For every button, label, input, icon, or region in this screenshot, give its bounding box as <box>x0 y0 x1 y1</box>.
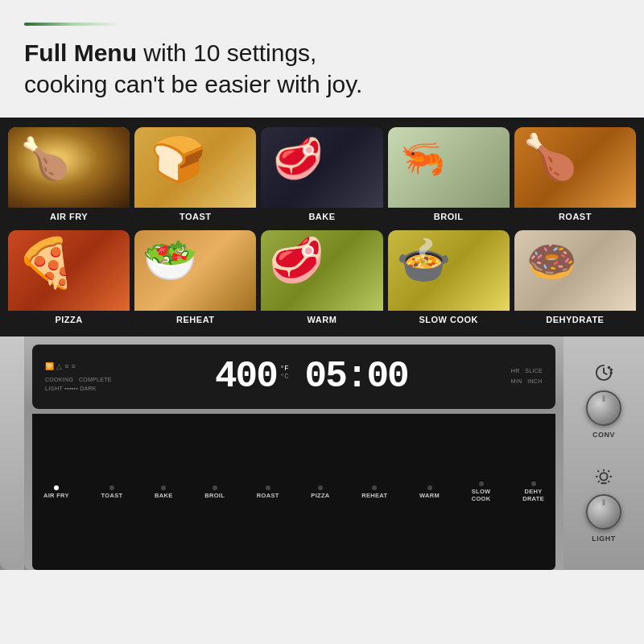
conv-icon <box>595 364 613 386</box>
control-label-slow-cook: SLOWCOOK <box>472 488 491 502</box>
control-dot-bake <box>161 485 166 490</box>
knob-label-light: LIGHT <box>592 535 616 543</box>
knob-label-conv: CONV <box>592 431 615 439</box>
food-photo-broil <box>388 127 510 208</box>
food-photo-roast <box>514 127 636 208</box>
knob-light[interactable] <box>586 494 621 530</box>
display-temp-unit: °F °C <box>280 365 289 381</box>
food-grid: AIR FRY TOAST BAKE BROIL ROAST PIZZA <box>8 127 636 328</box>
food-photo-dehydrate <box>514 230 636 311</box>
food-label-toast: TOAST <box>134 208 256 225</box>
food-photo-slow-cook <box>388 230 510 311</box>
svg-point-1 <box>610 369 612 370</box>
header-title: Full Menu with 10 settings,cooking can't… <box>24 37 620 100</box>
food-item-pizza[interactable]: PIZZA <box>8 230 130 328</box>
panel-body: 🛜 △ ≡ ≡ COOKING COMPLETE LIGHT ▪▪▪▪▪▪ DA… <box>24 336 564 570</box>
food-photo-pizza <box>8 230 130 311</box>
food-label-slow-cook: SLOW COOK <box>388 311 510 328</box>
food-item-air-fry[interactable]: AIR FRY <box>8 127 130 225</box>
knob-group-conv: CONV <box>586 364 621 439</box>
display-temp-time: 400 °F °C 05:00 <box>215 356 408 398</box>
control-warm[interactable]: WARM <box>419 485 440 499</box>
temp-celsius: °C <box>280 373 289 381</box>
control-bake[interactable]: BAKE <box>155 485 172 499</box>
food-item-warm[interactable]: WARM <box>261 230 382 328</box>
food-photo-toast <box>134 127 256 208</box>
control-dot-warm <box>427 485 432 490</box>
control-dot-pizza <box>318 485 323 490</box>
food-label-air-fry: AIR FRY <box>8 208 130 225</box>
appliance-panel: 🛜 △ ≡ ≡ COOKING COMPLETE LIGHT ▪▪▪▪▪▪ DA… <box>0 336 644 570</box>
control-air-fry[interactable]: AIR FRY <box>43 485 69 499</box>
display-min-inch: MIN INCH <box>511 377 543 387</box>
display-right-info: HR SLICE MIN INCH <box>511 366 543 386</box>
control-dot-dehydrate <box>531 481 536 486</box>
food-item-toast[interactable]: TOAST <box>134 127 256 225</box>
display-time: 05:00 <box>305 356 408 398</box>
light-icon <box>595 468 613 489</box>
control-label-pizza: PIZZA <box>311 492 329 499</box>
food-grid-section: AIR FRY TOAST BAKE BROIL ROAST PIZZA <box>0 118 644 336</box>
panel-left-edge <box>0 336 24 570</box>
svg-point-2 <box>610 372 612 374</box>
control-dot-broil <box>213 485 217 490</box>
food-photo-warm <box>261 230 382 311</box>
food-item-dehydrate[interactable]: DEHYDRATE <box>514 230 636 328</box>
control-pizza[interactable]: PIZZA <box>311 485 329 499</box>
control-dehydrate[interactable]: DEHYDRATE <box>522 481 544 502</box>
food-item-broil[interactable]: BROIL <box>388 127 510 225</box>
control-slow-cook[interactable]: SLOWCOOK <box>472 481 491 502</box>
food-item-slow-cook[interactable]: SLOW COOK <box>388 230 510 328</box>
food-label-pizza: PIZZA <box>8 311 130 328</box>
control-label-reheat: REHEAT <box>361 492 387 499</box>
display-cooking-label: COOKING COMPLETE <box>45 375 112 384</box>
control-label-air-fry: AIR FRY <box>43 492 69 499</box>
food-label-bake: BAKE <box>261 208 382 225</box>
svg-point-0 <box>609 367 610 369</box>
knob-group-light: LIGHT <box>586 468 621 543</box>
food-label-broil: BROIL <box>388 208 510 225</box>
control-dot-air-fry <box>54 485 59 490</box>
display-temperature: 400 <box>215 356 277 398</box>
control-label-toast: TOAST <box>101 492 123 499</box>
control-dot-reheat <box>372 485 377 490</box>
header-title-bold: Full Menu <box>24 39 137 66</box>
display-panel: 🛜 △ ≡ ≡ COOKING COMPLETE LIGHT ▪▪▪▪▪▪ DA… <box>32 345 555 409</box>
display-light-dark: LIGHT ▪▪▪▪▪▪ DARK <box>45 384 112 393</box>
control-dot-roast <box>266 485 270 490</box>
control-label-dehydrate: DEHYDRATE <box>522 488 544 502</box>
control-label-warm: WARM <box>419 492 440 499</box>
food-label-dehydrate: DEHYDRATE <box>514 311 636 328</box>
knob-conv[interactable] <box>586 390 621 426</box>
control-label-bake: BAKE <box>155 492 172 499</box>
control-dot-toast <box>109 485 114 490</box>
food-photo-air-fry <box>8 127 130 208</box>
food-item-bake[interactable]: BAKE <box>261 127 382 225</box>
food-label-reheat: REHEAT <box>134 311 256 328</box>
display-hr-slice: HR SLICE <box>511 366 543 377</box>
temp-fahrenheit: °F <box>280 365 289 373</box>
food-label-roast: ROAST <box>514 208 636 225</box>
display-left-info: 🛜 △ ≡ ≡ COOKING COMPLETE LIGHT ▪▪▪▪▪▪ DA… <box>45 361 112 393</box>
display-icons-row: 🛜 △ ≡ ≡ <box>45 361 112 372</box>
control-toast[interactable]: TOAST <box>101 485 123 499</box>
accent-bar <box>24 23 121 26</box>
control-label-roast: ROAST <box>257 492 279 499</box>
control-label-broil: BROIL <box>204 492 225 499</box>
food-label-warm: WARM <box>261 311 382 328</box>
control-reheat[interactable]: REHEAT <box>361 485 387 499</box>
right-panel: CONV LIGHT <box>564 336 644 570</box>
header-section: Full Menu with 10 settings,cooking can't… <box>0 0 644 118</box>
control-broil[interactable]: BROIL <box>204 485 225 499</box>
control-dot-slow-cook <box>479 481 484 486</box>
food-photo-reheat <box>134 230 256 311</box>
controls-bar: AIR FRY TOAST BAKE BROIL ROAST PIZZA <box>32 414 555 570</box>
control-roast[interactable]: ROAST <box>257 485 279 499</box>
food-item-reheat[interactable]: REHEAT <box>134 230 256 328</box>
food-item-roast[interactable]: ROAST <box>514 127 636 225</box>
food-photo-bake <box>261 127 382 208</box>
